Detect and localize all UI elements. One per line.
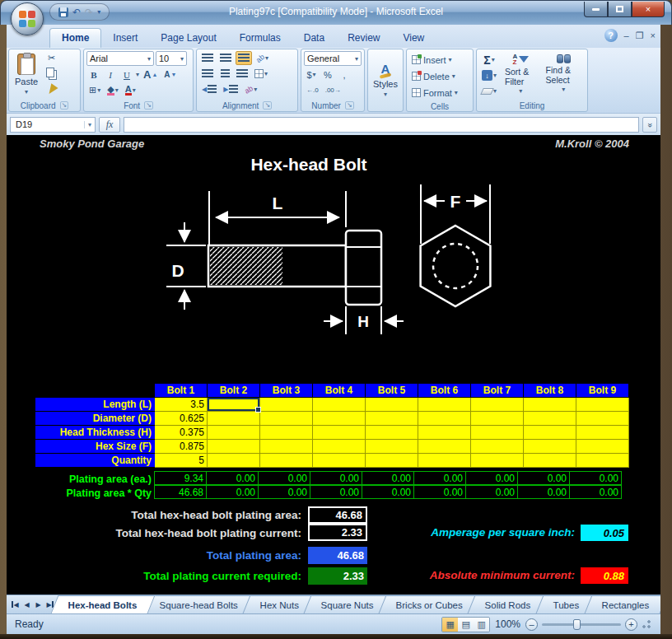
amperage-value[interactable]: 0.05 — [581, 525, 628, 541]
row-label[interactable]: Quantity — [35, 454, 155, 468]
next-sheet-button[interactable]: ▶ — [33, 599, 44, 611]
wrap-text-button[interactable]: ab▾ — [242, 82, 259, 96]
input-cell[interactable] — [313, 412, 366, 426]
tab-insert[interactable]: Insert — [101, 29, 149, 48]
computed-cell[interactable]: 0.00 — [310, 471, 362, 485]
merge-center-button[interactable]: ▾ — [252, 67, 270, 81]
underline-dropdown-icon[interactable]: ▾ — [136, 71, 139, 78]
insert-function-button[interactable]: fx — [99, 117, 120, 133]
input-cell[interactable]: 0.875 — [155, 440, 208, 454]
input-cell[interactable] — [313, 426, 366, 440]
format-painter-button[interactable] — [44, 82, 59, 96]
workbook-restore-icon[interactable]: ❐ — [636, 30, 644, 41]
input-cell[interactable] — [576, 440, 629, 454]
zoom-level[interactable]: 100% — [495, 618, 520, 630]
tab-formulas[interactable]: Formulas — [228, 29, 292, 48]
total-plating-area-value[interactable]: 46.68 — [308, 547, 367, 564]
input-cell[interactable] — [208, 412, 260, 426]
minimum-current-value[interactable]: 0.88 — [581, 567, 628, 584]
input-cell[interactable]: 0.375 — [155, 426, 208, 440]
row-label[interactable]: Length (L) — [35, 398, 155, 412]
input-cell[interactable] — [576, 454, 629, 468]
computed-cell[interactable]: 0.00 — [465, 485, 518, 499]
zoom-out-button[interactable]: – — [525, 618, 538, 631]
computed-cell[interactable]: 0.00 — [362, 471, 414, 485]
orientation-button[interactable]: ab▾ — [254, 51, 271, 65]
input-cell[interactable] — [576, 398, 629, 412]
computed-cell[interactable]: 0.00 — [569, 485, 622, 499]
copy-button[interactable] — [44, 67, 59, 81]
number-dialog-launcher-icon[interactable]: ↘ — [345, 101, 354, 110]
accounting-format-button[interactable]: $▾ — [304, 68, 319, 82]
align-left-button[interactable] — [199, 67, 216, 81]
formula-input[interactable] — [124, 117, 639, 133]
tab-home[interactable]: Home — [49, 28, 101, 48]
alignment-dialog-launcher-icon[interactable]: ↘ — [263, 101, 272, 110]
page-break-view-button[interactable]: ▥ — [474, 618, 489, 632]
normal-view-button[interactable]: ▦ — [442, 618, 458, 632]
decrease-decimal-button[interactable]: .00→ — [323, 83, 343, 97]
align-top-button[interactable] — [199, 51, 216, 65]
computed-cell[interactable]: 0.00 — [258, 485, 310, 499]
selected-cell[interactable] — [208, 398, 260, 412]
minimize-button[interactable] — [584, 2, 608, 17]
decrease-indent-button[interactable]: ◀ — [199, 82, 219, 96]
input-cell[interactable]: 3.5 — [155, 398, 208, 412]
sheet-tab-rectangles[interactable]: Rectangles — [584, 595, 660, 613]
input-cell[interactable] — [260, 398, 313, 412]
borders-button[interactable]: ⊞▾ — [86, 83, 103, 97]
clipboard-dialog-launcher-icon[interactable]: ↘ — [60, 101, 69, 110]
qat-customize-icon[interactable]: ▾ — [97, 9, 100, 16]
paste-button[interactable]: Paste ▾ — [12, 51, 41, 98]
computed-cell[interactable]: 46.68 — [154, 485, 207, 499]
input-cell[interactable] — [471, 440, 524, 454]
tab-view[interactable]: View — [391, 29, 436, 48]
input-cell[interactable] — [471, 412, 524, 426]
italic-button[interactable]: I — [103, 68, 118, 82]
row-label[interactable]: Head Thickness (H) — [35, 426, 155, 440]
expand-formula-bar-button[interactable]: » — [642, 117, 657, 133]
input-cell[interactable] — [576, 426, 629, 440]
clear-button[interactable]: ▾ — [479, 84, 499, 98]
input-cell[interactable] — [260, 440, 313, 454]
comma-button[interactable]: , — [337, 68, 352, 82]
zoom-slider-thumb[interactable] — [573, 619, 581, 630]
percent-button[interactable]: % — [320, 68, 335, 82]
input-cell[interactable] — [471, 454, 524, 468]
worksheet[interactable]: Smoky Pond Garage M.Kroll © 2004 Hex-hea… — [7, 135, 660, 595]
fill-color-button[interactable]: ◆▾ — [105, 83, 120, 97]
sheet-tab-square-head-bolts[interactable]: Square-head Bolts — [142, 595, 255, 613]
computed-cell[interactable]: 0.00 — [517, 471, 570, 485]
input-cell[interactable] — [524, 398, 576, 412]
font-color-button[interactable]: A▾ — [123, 83, 138, 97]
input-cell[interactable] — [524, 454, 576, 468]
computed-cell[interactable]: 0.00 — [517, 485, 570, 499]
increase-indent-button[interactable]: ▶ — [221, 82, 240, 96]
workbook-minimize-icon[interactable]: – — [624, 30, 629, 40]
input-cell[interactable] — [471, 398, 524, 412]
input-cell[interactable] — [524, 426, 576, 440]
input-cell[interactable] — [208, 426, 260, 440]
find-select-button[interactable]: Find & Select▾ — [543, 51, 585, 98]
computed-cell[interactable]: 0.00 — [206, 485, 259, 499]
input-cell[interactable] — [313, 454, 366, 468]
input-cell[interactable] — [418, 440, 471, 454]
underline-button[interactable]: U — [119, 68, 134, 82]
total-area-value[interactable]: 46.68 — [308, 506, 367, 524]
column-header[interactable]: Bolt 7 — [471, 384, 524, 397]
row-label[interactable]: Hex Size (F) — [35, 440, 155, 454]
input-cell[interactable] — [418, 412, 471, 426]
shrink-font-button[interactable]: A▼ — [161, 68, 179, 82]
input-cell[interactable] — [313, 440, 366, 454]
zoom-in-button[interactable]: + — [625, 618, 637, 631]
styles-button[interactable]: A Styles ▾ — [370, 51, 401, 110]
font-size-select[interactable]: 10▾ — [156, 51, 187, 66]
font-name-select[interactable]: Arial▾ — [86, 51, 154, 66]
name-box[interactable]: D19 ▾ — [10, 117, 96, 133]
align-center-button[interactable] — [217, 67, 232, 81]
autosum-button[interactable]: Σ▾ — [479, 53, 499, 67]
cut-button[interactable]: ✂ — [44, 51, 59, 65]
first-sheet-button[interactable]: ◀ — [10, 599, 21, 611]
input-cell[interactable] — [524, 440, 576, 454]
number-format-select[interactable]: General▾ — [304, 51, 362, 66]
